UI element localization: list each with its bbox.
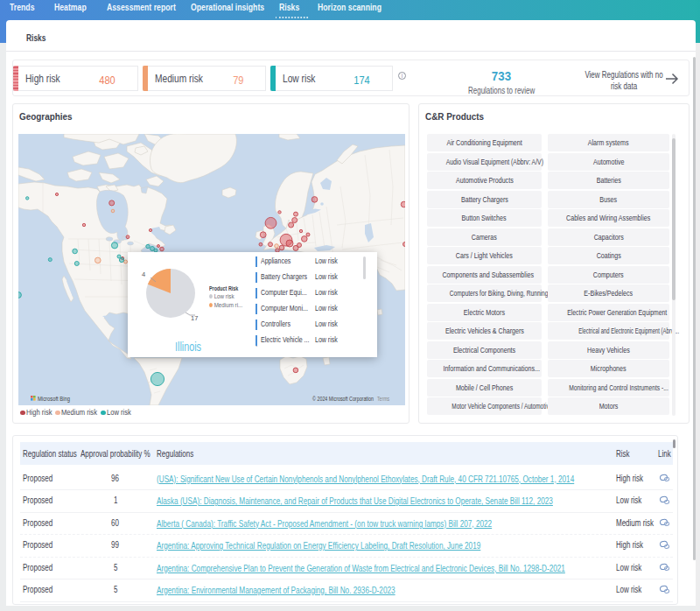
svg-text:© 2024 Microsoft Corporation: © 2024 Microsoft Corporation [312,396,374,403]
svg-text:Microsoft Bing: Microsoft Bing [38,396,70,403]
svg-text:Terms: Terms [377,396,390,402]
